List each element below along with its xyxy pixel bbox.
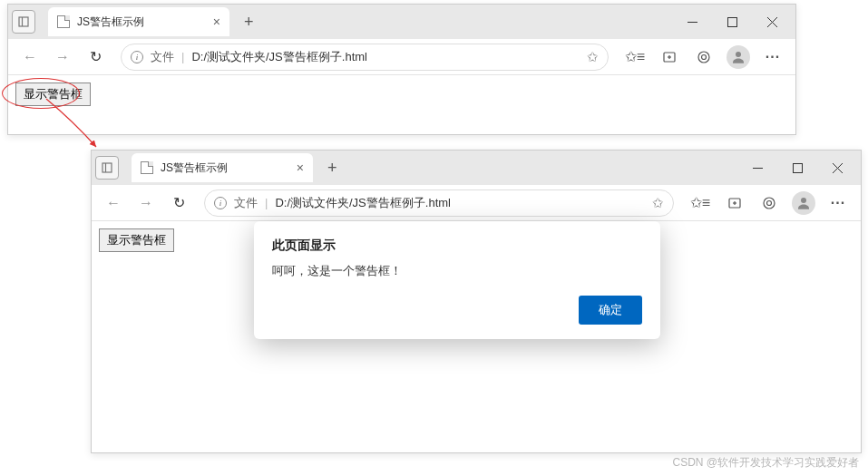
page-icon — [57, 15, 70, 28]
svg-point-23 — [801, 198, 806, 203]
window-controls — [737, 154, 857, 181]
tab-title: JS警告框示例 — [161, 160, 228, 176]
svg-point-22 — [767, 200, 772, 205]
collections-icon[interactable] — [654, 43, 685, 72]
profile-button[interactable] — [723, 43, 754, 72]
dialog-title: 此页面显示 — [272, 238, 642, 254]
svg-point-9 — [698, 52, 709, 63]
separator: | — [265, 196, 268, 209]
avatar-icon — [792, 191, 815, 215]
browser-window-before: JS警告框示例 × + ← → ↻ i 文件 | D:/测试文件夹/JS警告框例… — [7, 4, 796, 135]
svg-rect-12 — [102, 163, 112, 172]
tab-actions-icon[interactable] — [95, 156, 119, 180]
forward-button[interactable]: → — [132, 189, 161, 218]
more-menu-button[interactable]: ··· — [757, 43, 788, 72]
page-viewport: 显示警告框 — [8, 75, 795, 134]
svg-point-21 — [764, 198, 775, 209]
show-alert-button[interactable]: 显示警告框 — [15, 83, 91, 106]
toolbar: ← → ↻ i 文件 | D:/测试文件夹/JS警告框例子.html ✩ ✩≡ … — [92, 185, 861, 221]
url-scheme-label: 文件 — [151, 49, 174, 65]
maximize-button[interactable] — [712, 8, 752, 35]
title-bar: JS警告框示例 × + — [8, 5, 795, 39]
info-icon[interactable]: i — [131, 51, 143, 63]
tab-actions-icon[interactable] — [12, 10, 35, 34]
close-tab-icon[interactable]: × — [213, 15, 220, 29]
history-icon[interactable] — [754, 189, 785, 218]
favorites-icon[interactable]: ✩≡ — [685, 189, 716, 218]
alert-dialog: 此页面显示 呵呵，这是一个警告框！ 确定 — [254, 221, 660, 339]
svg-rect-0 — [19, 17, 28, 26]
info-icon[interactable]: i — [214, 197, 227, 209]
separator: | — [181, 50, 184, 63]
svg-point-11 — [736, 52, 741, 57]
tab-strip: JS警告框示例 × + — [12, 7, 254, 36]
close-tab-icon[interactable]: × — [297, 160, 304, 175]
favorite-icon[interactable]: ✩ — [587, 49, 599, 65]
svg-rect-15 — [793, 163, 802, 172]
dialog-actions: 确定 — [272, 296, 642, 325]
tab-title: JS警告框示例 — [77, 15, 144, 30]
svg-rect-3 — [727, 17, 736, 26]
browser-tab[interactable]: JS警告框示例 × — [48, 7, 229, 36]
new-tab-button[interactable]: + — [244, 13, 254, 32]
page-icon — [141, 161, 153, 174]
tab-strip: JS警告框示例 × + — [95, 153, 337, 182]
refresh-button[interactable]: ↻ — [164, 189, 193, 218]
close-button[interactable] — [817, 154, 857, 181]
favorite-icon[interactable]: ✩ — [652, 195, 664, 211]
forward-button[interactable]: → — [48, 43, 77, 72]
browser-tab[interactable]: JS警告框示例 × — [132, 153, 313, 182]
window-controls — [672, 8, 792, 35]
back-button[interactable]: ← — [15, 43, 44, 72]
title-bar: JS警告框示例 × + — [92, 151, 861, 185]
dialog-message: 呵呵，这是一个警告框！ — [272, 263, 642, 279]
more-menu-button[interactable]: ··· — [823, 189, 853, 218]
back-button[interactable]: ← — [99, 189, 128, 218]
minimize-button[interactable] — [672, 8, 712, 35]
toolbar: ← → ↻ i 文件 | D:/测试文件夹/JS警告框例子.html ✩ ✩≡ … — [8, 39, 795, 75]
minimize-button[interactable] — [737, 154, 777, 181]
watermark: CSDN @软件开发技术学习实践爱好者 — [672, 455, 859, 471]
profile-button[interactable] — [788, 189, 819, 218]
address-bar[interactable]: i 文件 | D:/测试文件夹/JS警告框例子.html ✩ — [121, 44, 609, 71]
refresh-button[interactable]: ↻ — [81, 43, 110, 72]
collections-icon[interactable] — [719, 189, 750, 218]
address-bar[interactable]: i 文件 | D:/测试文件夹/JS警告框例子.html ✩ — [204, 189, 674, 217]
show-alert-button[interactable]: 显示警告框 — [99, 228, 174, 252]
close-button[interactable] — [752, 8, 792, 35]
url-scheme-label: 文件 — [234, 195, 258, 211]
new-tab-button[interactable]: + — [327, 159, 337, 178]
maximize-button[interactable] — [777, 154, 817, 181]
ok-button[interactable]: 确定 — [579, 296, 642, 325]
favorites-icon[interactable]: ✩≡ — [619, 43, 650, 72]
url-path: D:/测试文件夹/JS警告框例子.html — [191, 49, 580, 65]
svg-point-10 — [702, 54, 707, 59]
url-path: D:/测试文件夹/JS警告框例子.html — [275, 195, 645, 211]
avatar-icon — [727, 45, 750, 69]
history-icon[interactable] — [688, 43, 719, 72]
